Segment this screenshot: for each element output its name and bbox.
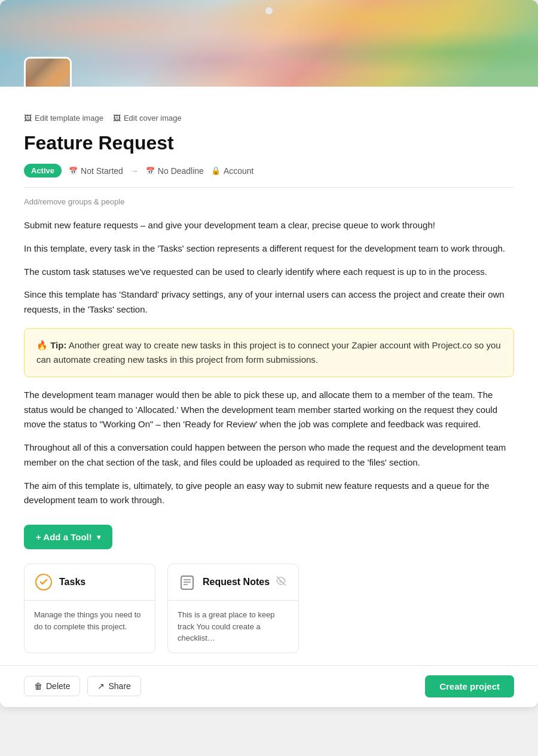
description-4: Since this template has 'Standard' priva… <box>24 287 514 317</box>
description-2: In this template, every task in the 'Tas… <box>24 241 514 256</box>
deadline-item: 📅 No Deadline <box>146 166 204 176</box>
description-5: The development team manager would then … <box>24 388 514 432</box>
footer-left: 🗑 Delete ↗ Share <box>24 676 141 696</box>
lock-icon: 🔒 <box>211 166 221 175</box>
page-title: Feature Request <box>24 132 514 154</box>
status-badge: Active <box>24 164 62 177</box>
tools-section: + Add a Tool! ▾ Tasks <box>24 525 514 665</box>
deadline-label: No Deadline <box>158 166 204 176</box>
notes-header-left: Request Notes <box>178 573 270 592</box>
cover-dots <box>265 7 273 14</box>
delete-button[interactable]: 🗑 Delete <box>24 676 80 696</box>
task-status: 📅 Not Started <box>69 166 123 176</box>
trash-icon: 🗑 <box>34 681 42 691</box>
calendar-icon: 📅 <box>69 167 78 175</box>
tasks-tool-name: Tasks <box>59 577 85 587</box>
create-label: Create project <box>439 681 500 691</box>
footer: 🗑 Delete ↗ Share Create project <box>0 665 538 707</box>
meta-arrow: → <box>130 166 139 176</box>
tool-cards: Tasks Manage the things you need to do t… <box>24 564 514 653</box>
share-icon: ↗ <box>97 681 105 691</box>
cover-image-icon: 🖼 <box>113 114 121 123</box>
notes-icon <box>178 573 197 592</box>
tip-emoji: 🔥 <box>36 340 48 350</box>
task-status-label: Not Started <box>81 166 123 176</box>
edit-template-label: Edit template image <box>35 114 103 123</box>
image-actions: 🖼 Edit template image 🖼 Edit cover image <box>24 114 514 123</box>
account-item: 🔒 Account <box>211 166 254 176</box>
share-button[interactable]: ↗ Share <box>87 676 140 696</box>
meta-divider <box>24 187 514 188</box>
notes-tool-description: This is a great place to keep track You … <box>168 601 298 653</box>
tasks-icon <box>34 573 53 592</box>
tip-box: 🔥 Tip: Another great way to create new t… <box>24 328 514 377</box>
tool-card-notes: Request Notes This is a great place to k… <box>167 564 299 653</box>
edit-cover-label: Edit cover image <box>124 114 182 123</box>
description-7: The aim of this template is, ultimately,… <box>24 479 514 509</box>
tool-card-tasks-header: Tasks <box>25 564 155 601</box>
delete-label: Delete <box>46 681 70 691</box>
account-label: Account <box>224 166 254 176</box>
add-tool-button[interactable]: + Add a Tool! ▾ <box>24 525 112 549</box>
meta-row: Active 📅 Not Started → 📅 No Deadline 🔒 A… <box>24 164 514 177</box>
visibility-off-icon[interactable] <box>276 576 286 589</box>
deadline-calendar-icon: 📅 <box>146 167 155 175</box>
main-card: 🖼 Edit template image 🖼 Edit cover image… <box>0 0 538 707</box>
edit-template-image-button[interactable]: 🖼 Edit template image <box>24 114 103 123</box>
tip-text: Another great way to create new tasks in… <box>36 340 501 365</box>
add-people-link[interactable]: Add/remove groups & people <box>24 197 514 206</box>
tool-card-tasks: Tasks Manage the things you need to do t… <box>24 564 155 653</box>
cover-image <box>0 0 538 87</box>
description-6: Throughout all of this a conversation co… <box>24 440 514 470</box>
svg-rect-2 <box>181 576 193 589</box>
template-thumbnail <box>24 57 72 87</box>
tasks-tool-description: Manage the things you need to do to comp… <box>25 601 155 641</box>
description-3: The custom task statuses we've requested… <box>24 265 514 280</box>
chevron-down-icon: ▾ <box>97 533 100 541</box>
tool-card-notes-header: Request Notes <box>168 564 298 601</box>
add-tool-label: + Add a Tool! <box>36 532 92 542</box>
content-area: 🖼 Edit template image 🖼 Edit cover image… <box>0 114 538 665</box>
edit-cover-image-button[interactable]: 🖼 Edit cover image <box>113 114 182 123</box>
image-icon: 🖼 <box>24 114 32 123</box>
notes-tool-name: Request Notes <box>203 577 270 587</box>
description-1: Submit new feature requests – and give y… <box>24 218 514 233</box>
share-label: Share <box>108 681 130 691</box>
tip-label: Tip: <box>50 340 66 350</box>
create-project-button[interactable]: Create project <box>425 675 514 697</box>
